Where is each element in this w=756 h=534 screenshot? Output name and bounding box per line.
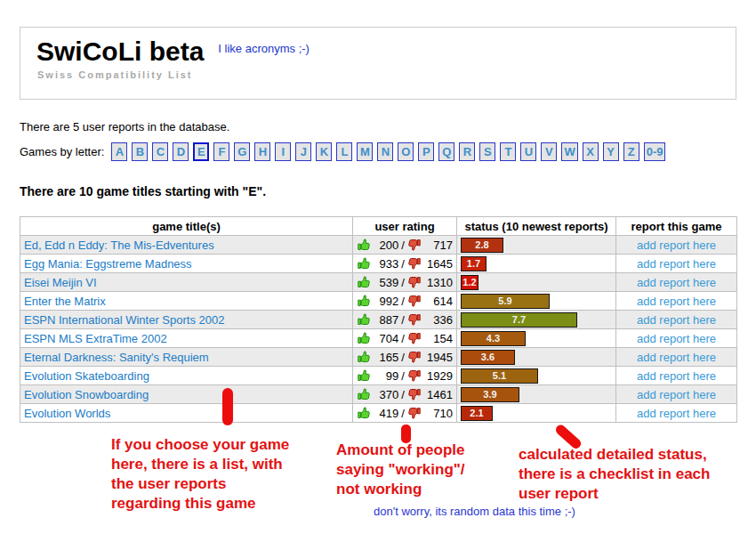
user-rating-cell: 992/614 — [353, 292, 457, 311]
letter-link-H[interactable]: H — [254, 142, 270, 161]
letter-link-Q[interactable]: Q — [438, 142, 454, 161]
page-title: SwiCoLi beta — [36, 36, 204, 67]
add-report-link[interactable]: add report here — [637, 313, 716, 327]
status-cell: 5.1 — [457, 367, 616, 385]
add-report-link[interactable]: add report here — [637, 388, 716, 401]
game-title-link[interactable]: Evolution Snowboarding — [24, 388, 149, 401]
working-count: 419 — [373, 407, 398, 420]
letter-link-T[interactable]: T — [500, 142, 516, 161]
thumbs-up-icon — [357, 387, 371, 401]
column-header-game-title: game title(s) — [20, 217, 353, 236]
game-title-link[interactable]: ESPN MLS ExtraTime 2002 — [24, 332, 167, 345]
not-working-count: 1461 — [423, 388, 453, 401]
random-data-footnote: don't worry, its random data this time ;… — [374, 505, 575, 518]
user-rating-cell: 370/1461 — [353, 385, 457, 404]
letter-link-M[interactable]: M — [357, 142, 373, 161]
game-title-cell: Evolution Snowboarding — [20, 385, 353, 404]
header-subtitle: Swiss Compatibility List — [37, 69, 736, 80]
game-title-link[interactable]: Evolution Skateboarding — [24, 369, 149, 383]
letter-link-L[interactable]: L — [336, 142, 352, 161]
game-title-link[interactable]: Eisei Meijin VI — [24, 276, 97, 289]
header-box: SwiCoLi betaI like acronyms ;-) Swiss Co… — [20, 27, 736, 100]
letter-link-0-9[interactable]: 0-9 — [644, 142, 666, 161]
game-title-cell: ESPN International Winter Sports 2002 — [20, 311, 353, 329]
add-report-link[interactable]: add report here — [637, 332, 716, 345]
game-title-cell: Evolution Skateboarding — [20, 367, 353, 385]
not-working-count: 154 — [423, 332, 453, 345]
letter-link-A[interactable]: A — [111, 142, 127, 161]
game-title-link[interactable]: Egg Mania: Eggstreme Madness — [24, 257, 192, 271]
table-row: ESPN MLS ExtraTime 2002704/1544.3add rep… — [20, 329, 737, 348]
thumbs-down-icon — [407, 294, 422, 308]
letter-link-B[interactable]: B — [132, 142, 148, 161]
game-title-link[interactable]: Eternal Darkness: Sanity's Requiem — [24, 351, 209, 364]
letter-link-P[interactable]: P — [418, 142, 434, 161]
letter-link-I[interactable]: I — [275, 142, 291, 161]
add-report-link[interactable]: add report here — [637, 257, 716, 271]
game-title-cell: Evolution Worlds — [20, 404, 353, 423]
thumbs-down-icon — [407, 387, 422, 401]
user-rating-cell: 887/336 — [353, 311, 457, 329]
thumbs-down-icon — [407, 350, 422, 364]
rating-separator: / — [401, 407, 405, 420]
annotation-status: calculated detailed status, there is a c… — [519, 445, 710, 504]
letter-link-G[interactable]: G — [234, 142, 250, 161]
red-marker-game-title-column — [222, 388, 233, 425]
letter-link-Y[interactable]: Y — [603, 142, 619, 161]
section-heading: There are 10 game titles starting with "… — [20, 184, 266, 198]
user-rating-cell: 933/1645 — [353, 255, 457, 273]
add-report-link[interactable]: add report here — [637, 369, 716, 383]
letter-link-O[interactable]: O — [398, 142, 414, 161]
game-title-link[interactable]: Ed, Edd n Eddy: The Mis-Edventures — [24, 239, 214, 252]
add-report-link[interactable]: add report here — [637, 239, 716, 252]
table-row: Evolution Snowboarding370/14613.9add rep… — [20, 385, 737, 404]
thumbs-up-icon — [357, 275, 371, 289]
add-report-link[interactable]: add report here — [637, 351, 716, 364]
game-title-cell: ESPN MLS ExtraTime 2002 — [20, 329, 353, 348]
report-cell: add report here — [616, 385, 737, 404]
letter-link-S[interactable]: S — [479, 142, 495, 161]
table-row: Egg Mania: Eggstreme Madness933/16451.7a… — [20, 255, 737, 273]
status-cell: 5.9 — [457, 292, 616, 311]
user-rating: 370/1461 — [357, 387, 453, 401]
letter-link-C[interactable]: C — [152, 142, 168, 161]
game-title-cell: Egg Mania: Eggstreme Madness — [20, 255, 353, 273]
status-bar: 2.1 — [461, 406, 493, 421]
thumbs-up-icon — [357, 256, 371, 271]
game-title-link[interactable]: ESPN International Winter Sports 2002 — [24, 313, 224, 327]
not-working-count: 1929 — [423, 369, 453, 383]
add-report-link[interactable]: add report here — [637, 407, 716, 420]
letter-link-X[interactable]: X — [583, 142, 599, 161]
letter-link-U[interactable]: U — [520, 142, 536, 161]
table-row: Ed, Edd n Eddy: The Mis-Edventures200/71… — [20, 236, 737, 255]
letter-link-D[interactable]: D — [173, 142, 189, 161]
letter-link-E[interactable]: E — [193, 142, 209, 161]
letter-link-W[interactable]: W — [561, 142, 577, 161]
letter-link-R[interactable]: R — [459, 142, 475, 161]
annotation-game-title: If you choose your game here, there is a… — [111, 435, 289, 514]
letter-link-J[interactable]: J — [295, 142, 311, 161]
game-title-link[interactable]: Enter the Matrix — [24, 295, 106, 308]
table-row: Enter the Matrix992/6145.9add report her… — [20, 292, 737, 311]
letter-link-K[interactable]: K — [316, 142, 332, 161]
letter-link-N[interactable]: N — [377, 142, 393, 161]
user-rating-cell: 419/710 — [353, 404, 457, 423]
thumbs-down-icon — [407, 238, 422, 252]
table-row: ESPN International Winter Sports 2002887… — [20, 311, 737, 329]
rating-separator: / — [401, 332, 405, 345]
status-bar: 2.8 — [461, 238, 503, 253]
report-cell: add report here — [616, 367, 737, 385]
add-report-link[interactable]: add report here — [637, 295, 716, 308]
thumbs-down-icon — [407, 331, 422, 345]
letter-link-V[interactable]: V — [541, 142, 557, 161]
not-working-count: 717 — [423, 239, 453, 252]
game-title-link[interactable]: Evolution Worlds — [24, 407, 110, 420]
add-report-link[interactable]: add report here — [637, 276, 716, 289]
user-rating-cell: 99/1929 — [353, 367, 457, 385]
user-rating-cell: 539/1310 — [353, 273, 457, 292]
letter-nav: Games by letter: ABCDEFGHIJKLMNOPQRSTUVW… — [20, 142, 670, 161]
letter-link-F[interactable]: F — [213, 142, 229, 161]
thumbs-up-icon — [357, 238, 371, 252]
letter-link-Z[interactable]: Z — [623, 142, 639, 161]
not-working-count: 1645 — [423, 257, 453, 271]
